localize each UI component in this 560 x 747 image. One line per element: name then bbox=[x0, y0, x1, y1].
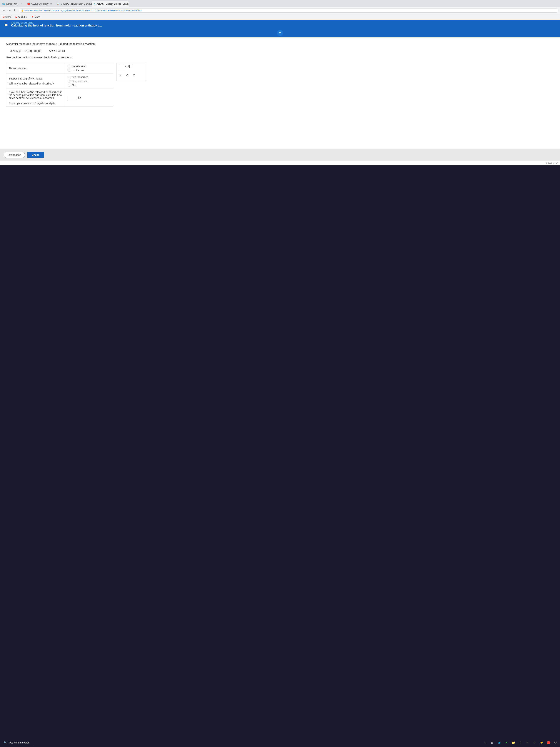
sig-figs-instruction: Round your answer to 3 significant digit… bbox=[9, 102, 62, 105]
radio-label-yes-absorbed: Yes, absorbed. bbox=[72, 76, 89, 79]
radio-btn-exothermic[interactable] bbox=[68, 69, 70, 72]
aleks-header: ☰ THERMOCHEMISTRY Calculating the heat o… bbox=[0, 20, 560, 29]
tab-favicon: 📊 bbox=[57, 3, 60, 5]
header-title: Calculating the heat of reaction from mo… bbox=[11, 24, 102, 27]
x10-label: ×10 bbox=[125, 65, 129, 68]
table-cell-reaction-label: This reaction is... bbox=[6, 62, 65, 74]
help-button[interactable]: ? bbox=[132, 73, 136, 78]
tab-favicon: 🌐 bbox=[2, 3, 5, 5]
radio-label-yes-released: Yes, released. bbox=[72, 80, 88, 83]
reaction-equation: 2 NH3(g) → N2(g)+3H2(g) ΔH = 160. kJ bbox=[10, 49, 554, 53]
table-cell-calculate-label: If you said heat will be released or abs… bbox=[6, 88, 65, 106]
sci-notation-box: ×10 × ↺ ? bbox=[116, 62, 146, 81]
calculate-instructions: If you said heat will be released or abs… bbox=[9, 91, 62, 100]
content-area: ☰ THERMOCHEMISTRY Calculating the heat o… bbox=[0, 20, 560, 165]
delta-h: ΔH = 160. kJ bbox=[49, 49, 65, 52]
copyright-text: © 2021 McGr bbox=[0, 161, 560, 165]
tab-bar: 🌐 Wings - UNF ✕ 🔴 ALEKs Chemistry ✕ 📊 Mc… bbox=[0, 0, 560, 7]
tab-close-wings[interactable]: ✕ bbox=[20, 3, 23, 5]
tab-wings-unf[interactable]: 🌐 Wings - UNF ✕ bbox=[0, 1, 25, 7]
tab-favicon: A bbox=[94, 3, 96, 5]
equation-left: 2 NH3(g) → N2(g)+3H2(g) bbox=[10, 49, 42, 53]
radio-yes-released[interactable]: Yes, released. bbox=[68, 80, 111, 83]
bookmark-maps[interactable]: 📍 Maps bbox=[30, 16, 41, 19]
sci-notation-display: ×10 bbox=[119, 65, 143, 70]
kj-unit-label: kJ bbox=[78, 96, 81, 99]
question-instruction: Use the information to answer the follow… bbox=[6, 56, 554, 59]
radio-label-no: No. bbox=[72, 84, 76, 87]
radio-btn-no[interactable] bbox=[68, 84, 70, 86]
header-subtitle: THERMOCHEMISTRY bbox=[11, 22, 102, 24]
tab-favicon: 🔴 bbox=[27, 3, 30, 5]
address-bar-row: ← → ↻ 🔒 www-awn.aleks.com/alekscgi/x/lsl… bbox=[0, 7, 560, 14]
chevron-down-button[interactable]: ∨ bbox=[277, 30, 283, 36]
back-button[interactable]: ← bbox=[1, 8, 6, 13]
radio-yes-absorbed[interactable]: Yes, absorbed. bbox=[68, 76, 111, 79]
radio-label-exothermic: exothermic. bbox=[72, 69, 85, 72]
radio-exothermic[interactable]: exothermic. bbox=[68, 69, 111, 72]
kj-input-container: kJ bbox=[68, 95, 111, 100]
table-row-1: This reaction is... endothermic. exother… bbox=[6, 62, 113, 74]
radio-btn-yes-absorbed[interactable] bbox=[68, 76, 70, 78]
forward-button[interactable]: → bbox=[7, 8, 12, 13]
radio-label-endothermic: endothermic. bbox=[72, 65, 87, 68]
tab-aleks-chemistry[interactable]: 🔴 ALEKs Chemistry ✕ bbox=[25, 1, 55, 7]
tab-aleks-learn[interactable]: A ALEKS - Lindsay Brooks - Learn ✕ bbox=[92, 1, 129, 7]
bookmark-youtube[interactable]: ▶ YouTube bbox=[15, 16, 28, 19]
sci-notation-actions: × ↺ ? bbox=[119, 72, 143, 79]
header-text: THERMOCHEMISTRY Calculating the heat of … bbox=[11, 22, 102, 27]
table-cell-suppose-label: Suppose 83.2 g of NH3 react. Will any he… bbox=[6, 74, 65, 88]
lock-icon: 🔒 bbox=[21, 9, 24, 12]
sci-notation-main-input[interactable] bbox=[119, 65, 124, 70]
radio-endothermic[interactable]: endothermic. bbox=[68, 65, 111, 68]
radio-btn-yes-released[interactable] bbox=[68, 80, 70, 82]
youtube-icon: ▶ bbox=[16, 16, 17, 18]
question-intro: A chemist measures the energy change ΔH … bbox=[6, 42, 554, 46]
question-table-container: This reaction is... endothermic. exother… bbox=[6, 62, 554, 107]
explanation-button[interactable]: Explanation bbox=[4, 152, 25, 158]
tab-close-aleks-chem[interactable]: ✕ bbox=[50, 3, 52, 5]
table-cell-reaction-options: endothermic. exothermic. bbox=[65, 62, 113, 74]
refresh-button[interactable]: ↻ bbox=[14, 8, 17, 13]
check-button[interactable]: Check bbox=[27, 152, 44, 158]
suppose-line3: Will any heat be released or absorbed? bbox=[9, 82, 62, 85]
bookmarks-bar: M Gmail ▶ YouTube 📍 Maps bbox=[0, 14, 560, 20]
chevron-container: ∨ bbox=[0, 29, 560, 37]
radio-btn-endothermic[interactable] bbox=[68, 65, 70, 68]
maps-icon: 📍 bbox=[31, 16, 34, 18]
url-text: www-awn.aleks.com/alekscgi/x/lsl.exe/1o_… bbox=[24, 9, 142, 11]
bookmark-gmail[interactable]: M Gmail bbox=[1, 15, 12, 19]
table-row-3: If you said heat will be released or abs… bbox=[6, 88, 113, 106]
question-content: A chemist measures the energy change ΔH … bbox=[0, 37, 560, 149]
address-bar[interactable]: 🔒 www-awn.aleks.com/alekscgi/x/lsl.exe/1… bbox=[19, 8, 559, 12]
suppose-line1: Suppose 83.2 g of NH3 react. bbox=[9, 77, 62, 81]
hamburger-icon[interactable]: ☰ bbox=[4, 22, 8, 27]
undo-button[interactable]: ↺ bbox=[125, 73, 129, 78]
tab-mcgrawhill[interactable]: 📊 McGraw-Hill Education Campus ✕ bbox=[55, 1, 92, 7]
gmail-icon: M bbox=[3, 16, 5, 18]
bottom-bar: Explanation Check bbox=[0, 149, 560, 161]
table-cell-kj-input: kJ bbox=[65, 88, 113, 106]
question-table: This reaction is... endothermic. exother… bbox=[6, 62, 113, 107]
clear-button[interactable]: × bbox=[119, 73, 122, 78]
sci-notation-exponent-input[interactable] bbox=[129, 65, 132, 68]
table-row-2: Suppose 83.2 g of NH3 react. Will any he… bbox=[6, 74, 113, 88]
table-cell-heat-options: Yes, absorbed. Yes, released. No. bbox=[65, 74, 113, 88]
kj-input-field[interactable] bbox=[68, 95, 77, 100]
radio-no[interactable]: No. bbox=[68, 84, 111, 87]
browser-chrome: 🌐 Wings - UNF ✕ 🔴 ALEKs Chemistry ✕ 📊 Mc… bbox=[0, 0, 560, 20]
